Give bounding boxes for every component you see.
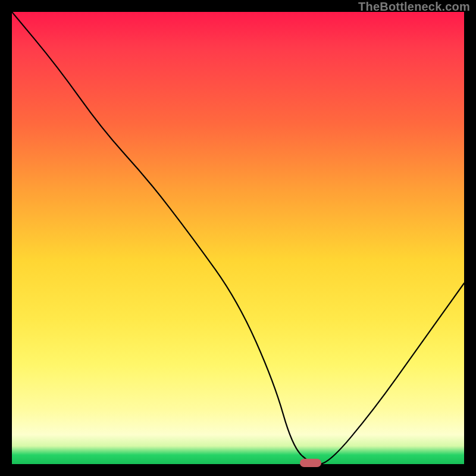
optimal-marker: [300, 459, 321, 467]
plot-area: [12, 12, 464, 464]
bottleneck-curve: [12, 12, 464, 464]
chart-frame: TheBottleneck.com: [0, 0, 476, 476]
